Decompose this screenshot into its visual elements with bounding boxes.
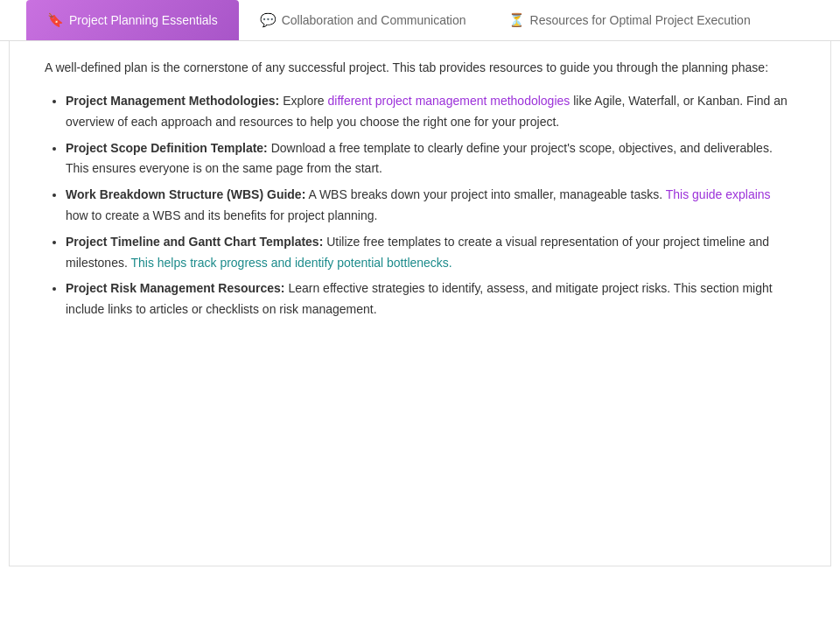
list-item: Project Scope Definition Template: Downl… <box>66 138 795 180</box>
tab-resources[interactable]: ⏳ Resources for Optimal Project Executio… <box>487 0 772 40</box>
item-gantt-bold: Project Timeline and Gantt Chart Templat… <box>66 235 323 249</box>
item-wbs-after: how to create a WBS and its benefits for… <box>66 208 377 222</box>
list-item: Project Risk Management Resources: Learn… <box>66 278 795 320</box>
tab-resources-label: Resources for Optimal Project Execution <box>530 13 751 27</box>
hourglass-icon: ⏳ <box>508 12 525 28</box>
item-methodologies-before: Explore <box>283 94 327 108</box>
tab-collaboration[interactable]: 💬 Collaboration and Communication <box>239 0 487 40</box>
tab-collaboration-label: Collaboration and Communication <box>282 13 466 27</box>
methodologies-link[interactable]: different project management methodologi… <box>328 94 570 108</box>
item-risk-bold: Project Risk Management Resources: <box>66 281 285 295</box>
tab-bar: 🔖 Project Planning Essentials 💬 Collabor… <box>0 0 840 41</box>
item-scope-bold: Project Scope Definition Template: <box>66 141 268 155</box>
item-wbs-before: A WBS breaks down your project into smal… <box>305 187 665 201</box>
bookmark-icon: 🔖 <box>47 12 64 28</box>
content-area: A well-defined plan is the cornerstone o… <box>9 41 831 566</box>
wbs-link[interactable]: This guide explains <box>666 187 771 201</box>
tab-planning-label: Project Planning Essentials <box>69 13 218 27</box>
gantt-link[interactable]: This helps track progress and identify p… <box>130 256 452 270</box>
list-item: Project Timeline and Gantt Chart Templat… <box>66 232 795 274</box>
resources-list: Project Management Methodologies: Explor… <box>45 91 795 320</box>
chat-icon: 💬 <box>260 12 276 28</box>
tab-planning[interactable]: 🔖 Project Planning Essentials <box>26 0 239 40</box>
list-item: Work Breakdown Structure (WBS) Guide: A … <box>66 185 795 227</box>
item-methodologies-bold: Project Management Methodologies: <box>66 94 279 108</box>
intro-paragraph: A well-defined plan is the cornerstone o… <box>45 59 795 77</box>
list-item: Project Management Methodologies: Explor… <box>66 91 795 133</box>
item-wbs-bold: Work Breakdown Structure (WBS) Guide: <box>66 187 305 201</box>
